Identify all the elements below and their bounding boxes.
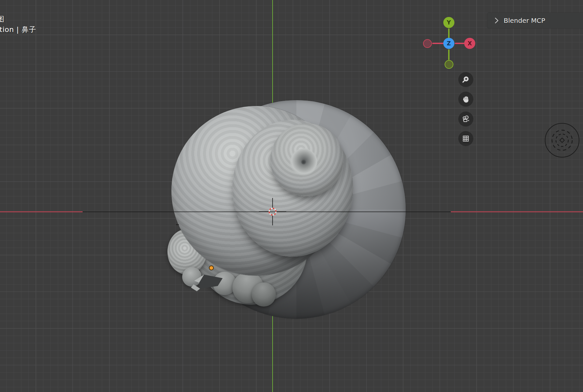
gizmo-axis-x-ball[interactable]: X	[464, 38, 475, 49]
gizmo-x-line-left	[432, 43, 444, 44]
sidebar-panel-header[interactable]: Blender MCP	[487, 13, 583, 28]
toggle-overlays-button[interactable]	[458, 131, 473, 146]
sidebar-panel-title: Blender MCP	[504, 17, 545, 24]
blender-3d-viewport[interactable]: 图 ction | 鼻子 Blender MCP Y Z X	[0, 0, 583, 392]
grid-icon	[462, 134, 470, 143]
chevron-right-icon	[495, 17, 499, 24]
gizmo-axis-z-label: Z	[447, 40, 451, 47]
gizmo-axis-neg-x-ball[interactable]	[423, 39, 432, 48]
zoom-button[interactable]	[458, 72, 473, 87]
selection-label: ction | 鼻子	[0, 26, 36, 33]
navigation-gizmo[interactable]: Y Z X	[421, 14, 477, 70]
camera-view-button[interactable]	[458, 112, 473, 127]
gizmo-x-line-right	[455, 43, 465, 44]
gizmo-y-line-bottom	[448, 49, 450, 60]
mesh-nose-box-bottom-face[interactable]	[191, 284, 200, 291]
pan-button[interactable]	[458, 92, 473, 107]
gizmo-y-line-top	[448, 28, 450, 38]
gizmo-axis-neg-y-ball[interactable]	[445, 60, 453, 69]
hand-icon	[462, 95, 470, 103]
view-name-label: 图	[0, 16, 4, 23]
gizmo-axis-y-label: Y	[447, 19, 451, 26]
gizmo-axis-y-ball[interactable]: Y	[443, 17, 454, 28]
gizmo-axis-z-ball[interactable]: Z	[443, 38, 454, 49]
movie-camera-icon	[462, 115, 470, 123]
gizmo-axis-x-label: X	[467, 40, 472, 47]
magnifier-plus-icon	[462, 75, 470, 84]
viewport-line-overlays	[0, 0, 583, 392]
empty-sphere-gizmo[interactable]	[545, 123, 579, 157]
